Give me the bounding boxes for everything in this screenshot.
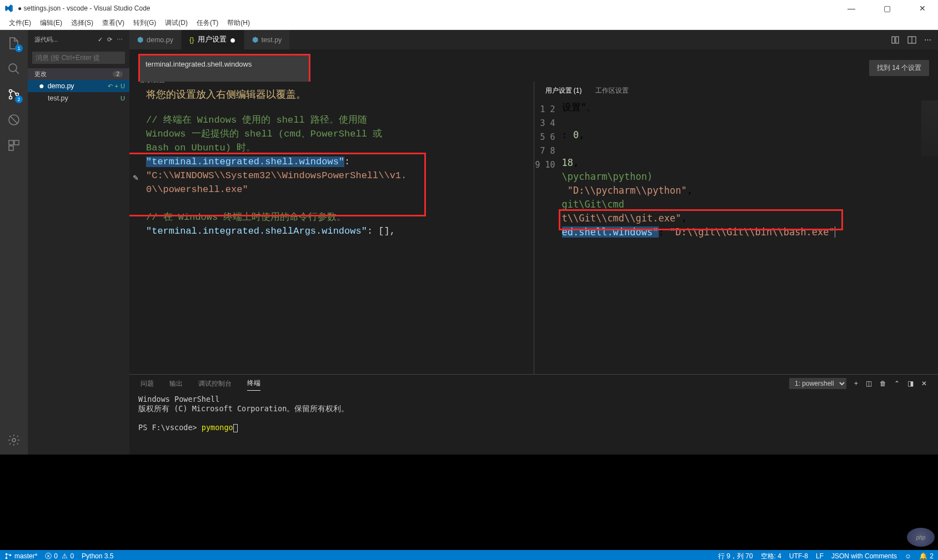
menubar: 文件(E) 编辑(E) 选择(S) 查看(V) 转到(G) 调试(D) 任务(T… bbox=[0, 17, 938, 30]
file-item-demo[interactable]: ●demo.py ↶+U bbox=[28, 80, 129, 92]
svg-rect-11 bbox=[892, 37, 895, 43]
terminal-body[interactable]: Windows PowerShell 版权所有 (C) Microsoft Co… bbox=[129, 392, 938, 455]
menu-help[interactable]: 帮助(H) bbox=[224, 17, 253, 29]
split-terminal-icon[interactable]: ◫ bbox=[866, 380, 872, 387]
default-settings-label: 默认设置 bbox=[129, 82, 534, 84]
settings-match-count: 找到 14 个设置 bbox=[869, 60, 929, 76]
svg-rect-12 bbox=[896, 37, 899, 43]
commit-icon[interactable]: ✓ bbox=[98, 36, 103, 43]
desktop-background: php bbox=[0, 455, 938, 550]
dirty-indicator-icon: ● bbox=[230, 35, 236, 45]
svg-point-0 bbox=[9, 64, 17, 72]
svg-point-17 bbox=[9, 554, 12, 557]
changes-header[interactable]: 更改 2 bbox=[28, 68, 129, 80]
discard-icon[interactable]: ↶ bbox=[108, 83, 113, 90]
git-status: U bbox=[121, 95, 125, 102]
refresh-icon[interactable]: ⟳ bbox=[107, 36, 112, 43]
window-close-button[interactable]: ✕ bbox=[911, 4, 934, 13]
svg-rect-9 bbox=[9, 146, 13, 150]
user-settings-pane: 用户设置 (1) 工作区设置 1 2 3 4 5 6 7 8 9 10 设置"。… bbox=[534, 82, 939, 374]
panel-tab-debug-console[interactable]: 调试控制台 bbox=[198, 377, 232, 391]
scm-icon[interactable]: 2 bbox=[6, 87, 22, 102]
menu-select[interactable]: 选择(S) bbox=[68, 17, 97, 29]
menu-debug[interactable]: 调试(D) bbox=[162, 17, 191, 29]
panel-tab-terminal[interactable]: 终端 bbox=[247, 376, 260, 391]
debug-icon[interactable] bbox=[6, 112, 22, 128]
menu-tasks[interactable]: 任务(T) bbox=[193, 17, 222, 29]
window-title: ● settings.json - vscode - Visual Studio… bbox=[18, 4, 150, 12]
git-status: U bbox=[121, 83, 125, 89]
status-line-col[interactable]: 行 9，列 70 bbox=[718, 552, 753, 561]
user-settings-code[interactable]: 设置"。 : 0, 18, \pycharm\python) "D:\\pych… bbox=[562, 100, 939, 239]
vscode-logo-icon bbox=[4, 4, 13, 13]
svg-point-16 bbox=[6, 557, 8, 559]
status-errors[interactable]: ⓧ 0 ⚠ 0 bbox=[45, 552, 74, 561]
svg-line-6 bbox=[10, 116, 18, 124]
user-settings-tab[interactable]: 用户设置 (1) bbox=[545, 86, 582, 95]
status-bar: master* ⓧ 0 ⚠ 0 Python 3.5 行 9，列 70 空格: … bbox=[0, 550, 938, 560]
menu-goto[interactable]: 转到(G) bbox=[130, 17, 159, 29]
editor-area: ⬢demo.py {}用户设置● ⬢test.py ⋯ 找到 14 个设置 bbox=[129, 30, 938, 455]
tab-user-settings[interactable]: {}用户设置● bbox=[182, 30, 244, 49]
extensions-icon[interactable] bbox=[6, 138, 22, 153]
scm-badge: 2 bbox=[15, 95, 23, 103]
settings-search-box bbox=[138, 54, 310, 82]
status-spaces[interactable]: 空格: 4 bbox=[761, 552, 781, 561]
maximize-panel-icon[interactable]: ⌃ bbox=[894, 380, 900, 387]
json-file-icon: {} bbox=[189, 36, 194, 44]
kill-terminal-icon[interactable]: 🗑 bbox=[880, 380, 886, 387]
status-python[interactable]: Python 3.5 bbox=[82, 552, 113, 560]
line-gutter: 1 2 3 4 5 6 7 8 9 10 bbox=[534, 100, 562, 172]
menu-view[interactable]: 查看(V) bbox=[99, 17, 128, 29]
open-changes-icon[interactable] bbox=[891, 36, 900, 44]
window-titlebar: ● settings.json - vscode - Visual Studio… bbox=[0, 0, 938, 17]
file-item-test[interactable]: test.py U bbox=[28, 92, 129, 104]
explorer-icon[interactable]: 1 bbox=[6, 36, 22, 51]
default-settings-code[interactable]: // 终端在 Windows 使用的 shell 路径。使用随 Windows … bbox=[129, 109, 534, 238]
settings-gear-icon[interactable] bbox=[6, 432, 22, 448]
tab-demo[interactable]: ⬢demo.py bbox=[129, 30, 182, 49]
status-branch[interactable]: master* bbox=[4, 552, 37, 560]
menu-file[interactable]: 文件(E) bbox=[6, 17, 34, 29]
status-eol[interactable]: LF bbox=[816, 552, 824, 561]
new-terminal-icon[interactable]: + bbox=[854, 380, 858, 387]
workspace-settings-tab[interactable]: 工作区设置 bbox=[595, 86, 629, 95]
svg-point-2 bbox=[9, 90, 12, 93]
scm-message-input[interactable] bbox=[32, 52, 125, 64]
close-panel-icon[interactable]: ✕ bbox=[921, 380, 927, 387]
svg-point-15 bbox=[6, 553, 8, 556]
menu-edit[interactable]: 编辑(E) bbox=[37, 17, 66, 29]
editor-tabs: ⬢demo.py {}用户设置● ⬢test.py ⋯ bbox=[129, 30, 938, 49]
settings-description: 将您的设置放入右侧编辑器以覆盖。 bbox=[146, 88, 534, 101]
sidebar: 源代码... ✓ ⟳ ⋯ 更改 2 ●demo.py ↶+U test.py U bbox=[28, 30, 129, 455]
window-maximize-button[interactable]: ▢ bbox=[876, 4, 898, 13]
default-settings-pane: 默认设置 将您的设置放入右侧编辑器以覆盖。 // 终端在 Windows 使用的… bbox=[129, 82, 534, 374]
panel: 问题 输出 调试控制台 终端 1: powershell + ◫ 🗑 ⌃ ◨ ✕… bbox=[129, 374, 938, 455]
python-file-icon: ⬢ bbox=[137, 36, 143, 44]
more-icon[interactable]: ⋯ bbox=[117, 36, 123, 43]
search-icon[interactable] bbox=[6, 61, 22, 77]
terminal-cursor bbox=[233, 424, 238, 432]
minimap[interactable] bbox=[921, 100, 938, 156]
status-notifications[interactable]: 🔔 2 bbox=[919, 552, 934, 561]
svg-rect-8 bbox=[14, 140, 19, 145]
php-watermark-icon: php bbox=[907, 528, 935, 547]
panel-tab-output[interactable]: 输出 bbox=[169, 377, 183, 391]
edit-pencil-icon[interactable]: ✎ bbox=[133, 174, 139, 182]
panel-tab-problems[interactable]: 问题 bbox=[141, 377, 154, 391]
status-feedback-icon[interactable]: ☺ bbox=[905, 552, 911, 561]
status-encoding[interactable]: UTF-8 bbox=[789, 552, 808, 561]
tab-test[interactable]: ⬢test.py bbox=[244, 30, 290, 49]
changes-count: 2 bbox=[113, 71, 123, 77]
settings-search-input[interactable] bbox=[146, 60, 303, 68]
split-editor-icon[interactable] bbox=[907, 36, 916, 44]
more-actions-icon[interactable]: ⋯ bbox=[924, 36, 931, 44]
window-minimize-button[interactable]: — bbox=[840, 4, 862, 13]
stage-icon[interactable]: + bbox=[115, 83, 118, 89]
dirty-dot-icon: ● bbox=[39, 82, 44, 90]
svg-rect-7 bbox=[9, 140, 13, 145]
svg-point-3 bbox=[9, 97, 12, 99]
toggle-panel-icon[interactable]: ◨ bbox=[907, 380, 914, 387]
status-language[interactable]: JSON with Comments bbox=[831, 552, 897, 561]
terminal-selector[interactable]: 1: powershell bbox=[789, 378, 846, 389]
